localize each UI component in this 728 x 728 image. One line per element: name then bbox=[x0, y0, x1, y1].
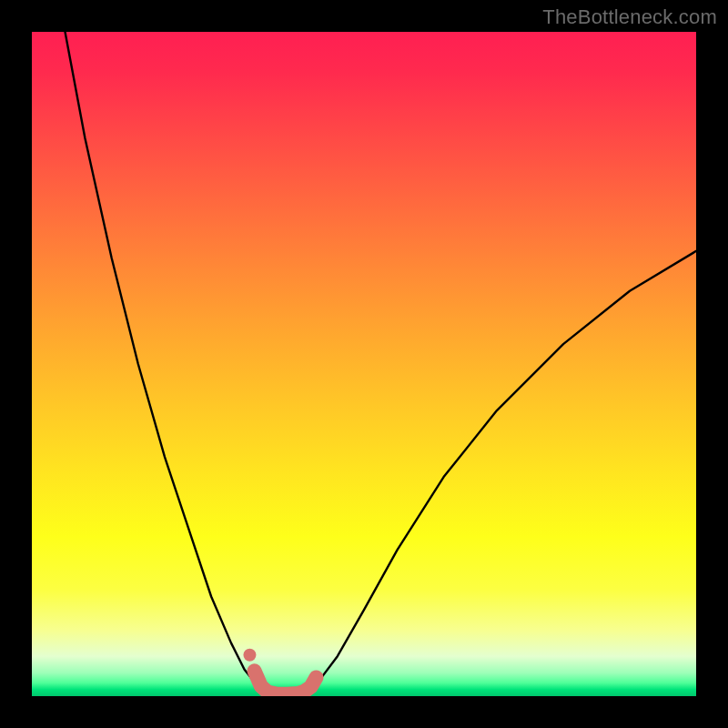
bottleneck-curve bbox=[304, 251, 696, 692]
optimal-zone-highlight bbox=[255, 671, 317, 694]
bottleneck-curve bbox=[66, 32, 268, 692]
curve-layer bbox=[66, 32, 697, 692]
chart-svg bbox=[32, 32, 696, 696]
highlight-layer bbox=[243, 649, 316, 694]
marker-dot bbox=[243, 649, 256, 662]
chart-plot-area bbox=[32, 32, 696, 696]
watermark-text: TheBottleneck.com bbox=[542, 5, 717, 29]
